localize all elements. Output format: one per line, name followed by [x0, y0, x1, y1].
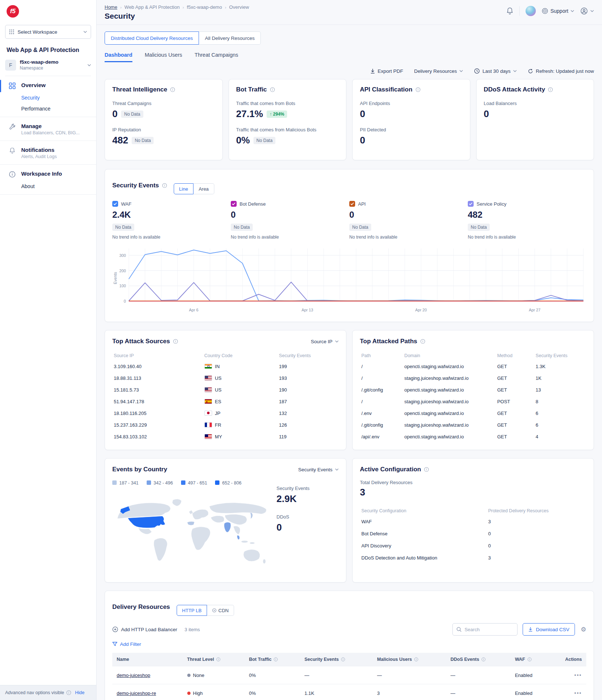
- method: GET: [496, 372, 534, 384]
- metric-card-threat-intelligence: Threat Intelligence Threat Campaigns 0 N…: [105, 79, 223, 160]
- top-attacked-paths-title: Top Attacked Paths: [360, 338, 417, 345]
- download-icon: [528, 627, 533, 632]
- tab-dashboard[interactable]: Dashboard: [105, 52, 132, 62]
- breadcrumb-item[interactable]: Web App & API Protection: [124, 4, 180, 10]
- time-range-dropdown[interactable]: Last 30 days: [474, 68, 517, 74]
- metric-label: Traffic that comes from Malicious Bots: [236, 127, 339, 132]
- namespace-type: Namespace: [20, 65, 84, 71]
- sidebar-item-manage[interactable]: Manage Load Balancers, CDN, BIG...: [0, 123, 96, 135]
- ai-assistant-orb-icon[interactable]: [526, 6, 536, 16]
- table-settings-gear-icon[interactable]: ⚙: [581, 626, 586, 633]
- search-input[interactable]: [464, 627, 508, 632]
- svg-text:Apr 20: Apr 20: [415, 308, 427, 312]
- security-configuration: Bot Defense: [360, 528, 487, 540]
- country-code: US: [203, 372, 278, 384]
- country-code: IN: [203, 360, 278, 372]
- sidebar-item-overview[interactable]: Overview: [0, 82, 96, 90]
- sidebar-item-security[interactable]: Security: [0, 90, 96, 101]
- info-icon[interactable]: [216, 657, 221, 662]
- notifications-bell-icon[interactable]: [506, 7, 513, 15]
- info-icon[interactable]: [424, 467, 429, 472]
- tab-malicious-users[interactable]: Malicious Users: [145, 52, 182, 62]
- column-header-ddos-events[interactable]: DDoS Events: [446, 653, 511, 666]
- breadcrumb-item[interactable]: Home: [105, 4, 117, 10]
- table-row: API Discovery 0: [360, 540, 586, 552]
- resource-name-link[interactable]: demo-juiceshop-re: [117, 690, 156, 696]
- refresh-button[interactable]: Refresh: Updated just now: [528, 68, 594, 74]
- info-icon[interactable]: [270, 87, 275, 92]
- info-icon[interactable]: [527, 657, 532, 662]
- breadcrumb-separator: ›: [183, 5, 184, 10]
- table-row: / staging.juiceshop.wafwizard.io POST 8: [360, 396, 586, 407]
- column-header-malicious-users[interactable]: Malicious Users: [373, 653, 446, 666]
- tab-threat-campaigns[interactable]: Threat Campaigns: [195, 52, 238, 62]
- domain: staging.juiceshop.wafwizard.io: [403, 372, 496, 384]
- hide-link[interactable]: Hide: [75, 690, 84, 695]
- es-flag-icon: [204, 399, 212, 404]
- support-menu[interactable]: Support: [542, 8, 574, 14]
- series-checkbox[interactable]: [231, 201, 237, 207]
- security-events-legend: WAF 2.4K No Data No trend info is availa…: [112, 201, 586, 240]
- breadcrumb-item: Overview: [229, 4, 249, 10]
- info-icon[interactable]: [420, 339, 425, 344]
- series-value: 0: [231, 210, 349, 220]
- sidebar-item-workspace-info[interactable]: Workspace Info: [0, 171, 96, 178]
- delivery-resources-dropdown[interactable]: Delivery Resources: [414, 68, 463, 74]
- add-filter-button[interactable]: Add Filter: [112, 641, 586, 647]
- info-icon[interactable]: [481, 657, 486, 662]
- product-title: Web App & API Protection: [7, 47, 90, 53]
- resource-type-http-lb[interactable]: HTTP LB: [177, 605, 207, 616]
- map-metric-dropdown[interactable]: Security Events: [298, 467, 339, 472]
- series-checkbox[interactable]: [112, 201, 118, 207]
- domain: opencti.staging.wafwizard.io: [403, 407, 496, 419]
- chart-mode-line[interactable]: Line: [174, 183, 194, 194]
- account-menu[interactable]: [580, 7, 594, 15]
- domain: opencti.staging.wafwizard.io: [403, 431, 496, 442]
- column-header-security-events[interactable]: Security Events: [300, 653, 373, 666]
- method: GET: [496, 384, 534, 396]
- domain: staging.juiceshop.wafwizard.io: [403, 419, 496, 431]
- dashboard-tabs: DashboardMalicious UsersThreat Campaigns: [105, 52, 594, 62]
- svg-text:100: 100: [119, 284, 126, 288]
- namespace-selector[interactable]: F f5xc-waap-demo Namespace: [5, 59, 91, 76]
- info-icon[interactable]: [162, 183, 167, 188]
- column-header-bot-traffic[interactable]: Bot Traffic: [245, 653, 300, 666]
- info-icon[interactable]: [173, 339, 178, 344]
- add-http-load-balancer-button[interactable]: Add HTTP Load Balancer: [112, 626, 177, 632]
- info-icon[interactable]: [415, 87, 421, 92]
- table-row: 15.181.5.73 US 190: [112, 384, 339, 396]
- sidebar-item-about[interactable]: About: [0, 178, 96, 189]
- map-region-africa: [191, 527, 210, 550]
- metric-cards-row: Threat Intelligence Threat Campaigns 0 N…: [105, 79, 594, 160]
- table-row: demo-juiceshop None 0% — — — Enabled •••: [112, 666, 586, 684]
- row-actions-menu[interactable]: •••: [574, 672, 582, 678]
- info-icon[interactable]: [341, 657, 345, 662]
- breadcrumb-item[interactable]: f5xc-waap-demo: [187, 4, 222, 10]
- info-icon[interactable]: [274, 657, 278, 662]
- sidebar-item-performance[interactable]: Performance: [0, 101, 96, 112]
- info-icon[interactable]: [170, 87, 175, 92]
- download-csv-button[interactable]: Download CSV: [523, 623, 575, 636]
- view-toggle-all-delivery-resources[interactable]: All Delivery Resources: [199, 31, 261, 45]
- security-events-count: 199: [278, 360, 339, 372]
- column-header-waf[interactable]: WAF: [511, 653, 549, 666]
- f5-logo-icon[interactable]: f5: [7, 5, 19, 18]
- info-icon[interactable]: [414, 657, 418, 662]
- chart-mode-area[interactable]: Area: [193, 183, 214, 194]
- series-value: 482: [468, 210, 586, 220]
- threat-level-dot: [187, 674, 191, 677]
- row-actions-menu[interactable]: •••: [574, 690, 582, 696]
- export-pdf-button[interactable]: Export PDF: [370, 68, 403, 74]
- workspace-picker[interactable]: Select Workspace: [5, 25, 91, 39]
- resource-type-cdn[interactable]: CDN: [207, 605, 234, 616]
- resource-name-link[interactable]: demo-juiceshop: [117, 673, 150, 678]
- view-toggle-distributed-cloud-delivery-resources[interactable]: Distributed Cloud Delivery Resources: [105, 31, 199, 45]
- group-by-dropdown[interactable]: Source IP: [311, 339, 339, 344]
- info-icon[interactable]: [548, 87, 553, 92]
- map-region-middle-east: [211, 516, 224, 523]
- series-checkbox[interactable]: [349, 201, 355, 207]
- series-checkbox[interactable]: [468, 201, 474, 207]
- in-flag-icon: [204, 364, 212, 369]
- sidebar-item-notifications[interactable]: Notifications Alerts, Audit Logs: [0, 147, 96, 159]
- column-header-threat-level[interactable]: Threat Level: [183, 653, 245, 666]
